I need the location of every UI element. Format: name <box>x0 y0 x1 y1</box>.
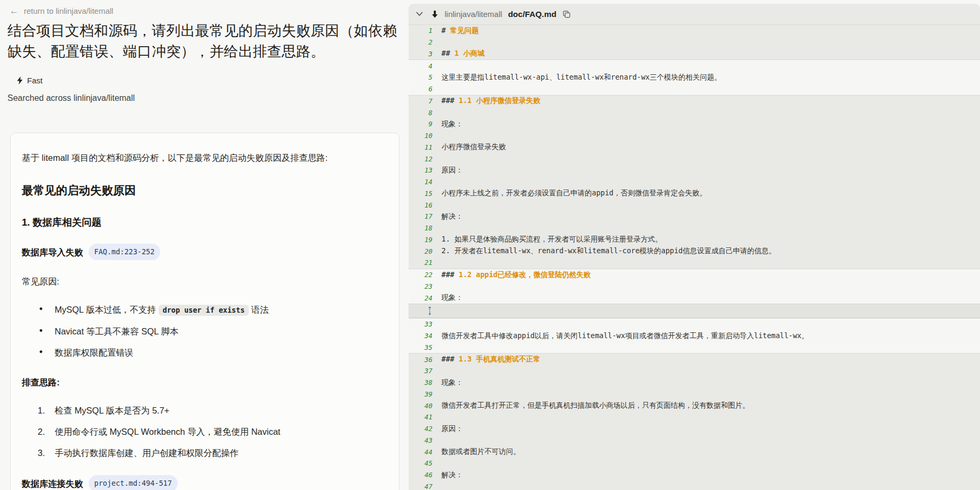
failure-item-title: 数据库导入失败 <box>22 246 83 259</box>
line-number: 4 <box>409 62 432 70</box>
line-content: 现象： <box>432 378 463 388</box>
code-line: 37 <box>409 365 980 377</box>
line-content: 数据或者图片不可访问。 <box>432 447 521 457</box>
code-line: 34微信开发者工具中修改appid以后，请关闭litemall-wx项目或者微信… <box>409 330 980 342</box>
line-number: 46 <box>409 471 432 479</box>
step-item: 手动执行数据库创建、用户创建和权限分配操作 <box>22 447 387 459</box>
code-line: 10 <box>409 130 980 142</box>
back-arrow-icon: ← <box>10 6 19 15</box>
line-content: ### 1.3 手机真机测试不正常 <box>432 355 541 364</box>
common-causes-label: 常见原因: <box>22 275 387 288</box>
steps-label: 排查思路: <box>22 376 387 389</box>
line-number: 17 <box>409 212 432 220</box>
line-number: 10 <box>409 132 432 140</box>
code-line: 17解决： <box>409 211 980 222</box>
user-question: 结合项目文档和源码，请列出最常见的启动失败原因（如依赖缺失、配置错误、端口冲突）… <box>7 21 398 62</box>
code-body: 1# 常见问题23## 1 小商城45这里主要是指litemall-wx-api… <box>409 25 980 490</box>
step-item: 使用命令行或 MySQL Workbench 导入，避免使用 Navicat <box>22 426 387 438</box>
code-line: 7### 1.1 小程序微信登录失败 <box>409 96 980 107</box>
code-chunk-lit: 22### 1.2 appid已经修改，微信登陆仍然失败2324现象： <box>409 269 980 304</box>
code-line: 4 <box>409 60 980 72</box>
code-line: 22### 1.2 appid已经修改，微信登陆仍然失败 <box>409 269 980 281</box>
return-link-label: return to linlinjava/litemall <box>24 6 113 15</box>
line-number: 11 <box>409 143 432 151</box>
step-item: 检查 MySQL 版本是否为 5.7+ <box>22 405 387 417</box>
line-number: 44 <box>409 448 432 456</box>
line-number: 34 <box>409 332 432 340</box>
code-chunk-lit: 45这里主要是指litemall-wx-api、litemall-wx和rena… <box>409 59 980 94</box>
return-link[interactable]: ← return to linlinjava/litemall <box>10 6 409 15</box>
cause-item: Navicat 等工具不兼容 SQL 脚本 <box>22 325 387 338</box>
line-number: 21 <box>409 259 432 267</box>
code-chunk-dim: 1# 常见问题23## 1 小商城 <box>409 25 980 59</box>
code-line: 36### 1.3 手机真机测试不正常 <box>409 354 980 365</box>
model-badge[interactable]: Fast <box>16 76 409 85</box>
lightning-icon <box>16 76 23 84</box>
line-number: 2 <box>409 38 432 46</box>
code-line: 6 <box>409 83 980 95</box>
line-content: 原因： <box>432 424 463 434</box>
line-number: 40 <box>409 402 432 410</box>
citation-badge[interactable]: project.md:494-517 <box>89 475 178 490</box>
searched-note: Searched across linlinjava/litemall <box>7 93 409 103</box>
line-number: 14 <box>409 178 432 186</box>
line-number: 1 <box>409 27 432 35</box>
cause-item: MySQL 版本过低，不支持 drop user if exists 语法 <box>22 304 387 316</box>
line-number: 18 <box>409 224 432 232</box>
line-content: 解决： <box>432 470 463 480</box>
code-line: 202. 开发者在litemall-wx、renard-wx和litemall-… <box>409 245 980 257</box>
code-line: 15小程序未上线之前，开发者必须设置自己申请的appid，否则微信登录肯定会失败… <box>409 188 980 200</box>
answer-subsection-title: 1. 数据库相关问题 <box>22 216 387 229</box>
line-content: 现象： <box>432 293 463 303</box>
code-line: 24现象： <box>409 292 980 304</box>
line-number: 39 <box>409 390 432 398</box>
chevron-down-icon[interactable] <box>416 12 423 16</box>
code-line: 2 <box>409 37 980 48</box>
code-line: 43 <box>409 435 980 446</box>
line-content: 小程序未上线之前，开发者必须设置自己申请的appid，否则微信登录肯定会失败。 <box>432 188 707 198</box>
line-content: # 常见问题 <box>432 26 479 36</box>
line-number: 12 <box>409 155 432 163</box>
answer-card: 基于 litemall 项目的文档和源码分析，以下是最常见的启动失败原因及排查思… <box>10 133 400 490</box>
code-line: 40微信开发者工具打开正常，但是手机真机扫描加载小商场以后，只有页面结构，没有数… <box>409 400 980 411</box>
code-line: 33 <box>409 319 980 330</box>
line-content: 2. 开发者在litemall-wx、renard-wx和litemall-co… <box>432 246 776 256</box>
line-number: 36 <box>409 356 432 364</box>
code-line: 47 <box>409 481 980 490</box>
line-content: 小程序微信登录失败 <box>432 142 506 152</box>
answer-section-title: 最常见的启动失败原因 <box>22 184 387 197</box>
line-number: 16 <box>409 201 432 209</box>
line-content: 微信开发者工具中修改appid以后，请关闭litemall-wx项目或者微信开发… <box>432 331 809 341</box>
line-number: 24 <box>409 294 432 302</box>
copy-icon[interactable] <box>562 10 571 19</box>
line-number: 22 <box>409 271 432 279</box>
line-number: 9 <box>409 120 432 128</box>
repo-name[interactable]: linlinjava/litemall <box>445 10 502 19</box>
line-number: 20 <box>409 247 432 255</box>
line-number: 5 <box>409 73 432 81</box>
code-line: 5这里主要是指litemall-wx-api、litemall-wx和renar… <box>409 72 980 83</box>
line-content: 解决： <box>432 212 463 221</box>
file-path[interactable]: doc/FAQ.md <box>508 10 556 19</box>
line-number: 8 <box>409 109 432 117</box>
expand-hidden-lines[interactable]: ↑↓ <box>409 304 980 318</box>
code-line: 12 <box>409 153 980 165</box>
download-arrow-icon <box>431 10 439 19</box>
answer-intro: 基于 litemall 项目的文档和源码分析，以下是最常见的启动失败原因及排查思… <box>22 151 387 164</box>
code-line: 1# 常见问题 <box>409 25 980 37</box>
line-number: 45 <box>409 459 432 467</box>
code-chunk-lit: 3334微信开发者工具中修改appid以后，请关闭litemall-wx项目或者… <box>409 318 980 353</box>
source-viewer-panel: linlinjava/litemall doc/FAQ.md 1# 常见问题23… <box>409 4 980 490</box>
code-line: 45 <box>409 458 980 469</box>
code-line: 13原因： <box>409 165 980 176</box>
line-number: 19 <box>409 236 432 244</box>
line-number: 23 <box>409 282 432 290</box>
line-content: 微信开发者工具打开正常，但是手机真机扫描加载小商场以后，只有页面结构，没有数据和… <box>432 401 750 410</box>
code-line: 41 <box>409 411 980 423</box>
model-badge-label: Fast <box>27 76 42 85</box>
code-line: 11小程序微信登录失败 <box>409 142 980 153</box>
code-line: 46解决： <box>409 469 980 481</box>
code-line: 14 <box>409 176 980 188</box>
citation-badge[interactable]: FAQ.md:223-252 <box>89 244 161 260</box>
line-content: 原因： <box>432 166 463 175</box>
